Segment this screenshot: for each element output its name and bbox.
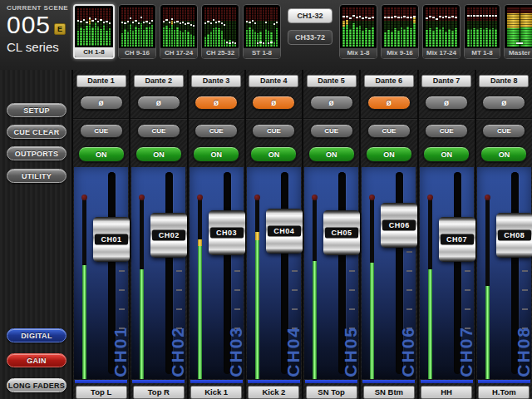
phase-button[interactable]: ø xyxy=(425,96,468,110)
channel-strip-ch07: Dante 7 ø CUE ON CH07 CH07 HH xyxy=(419,70,475,399)
port-label[interactable]: Dante 6 xyxy=(364,75,414,87)
meter-bar xyxy=(346,7,348,47)
port-label[interactable]: Dante 3 xyxy=(191,75,241,87)
fader-panel: CH07 CH07 xyxy=(420,167,474,379)
meter-block-ch-25-32[interactable]: CH 25-32 xyxy=(201,4,239,59)
setup-button[interactable]: SETUP xyxy=(7,103,66,117)
gain-button[interactable]: GAIN xyxy=(7,353,66,367)
channel-name-plate[interactable]: SN Top xyxy=(306,386,357,399)
meter-block-master[interactable]: Master xyxy=(504,4,532,59)
meter-bar xyxy=(467,7,470,47)
meter-bar xyxy=(362,7,364,47)
channel-name-plate[interactable]: Top R xyxy=(133,386,185,399)
meter-block-mix-9-16[interactable]: Mix 9-16 xyxy=(381,4,419,59)
meter-block-label: ST 1-8 xyxy=(244,47,280,58)
fader-cap[interactable]: CH02 xyxy=(150,213,187,258)
fader-cap[interactable]: CH08 xyxy=(496,213,532,258)
phase-button[interactable]: ø xyxy=(80,96,123,110)
cue-button[interactable]: CUE xyxy=(482,124,525,138)
port-label[interactable]: Dante 8 xyxy=(479,75,529,87)
cue-button[interactable]: CUE xyxy=(80,124,123,138)
meter-bar xyxy=(473,7,475,47)
channel-name-plate[interactable]: Kick 2 xyxy=(248,386,299,399)
cue-button[interactable]: CUE xyxy=(137,124,180,138)
sidebar: SETUPCUE CLEAROUTPORTSUTILITYDIGITALGAIN… xyxy=(0,70,73,399)
outports-button[interactable]: OUTPORTS xyxy=(7,146,66,160)
meter-block-ch-1-8[interactable]: CH 1-8 xyxy=(73,4,115,59)
fader-panel: CH02 CH02 xyxy=(131,167,185,379)
phase-button[interactable]: ø xyxy=(310,96,353,110)
on-button[interactable]: ON xyxy=(423,146,470,162)
meter-bar xyxy=(127,7,129,47)
utility-button[interactable]: UTILITY xyxy=(7,169,66,183)
channel-name-plate[interactable]: Kick 1 xyxy=(190,386,242,399)
channel-color-bar xyxy=(478,380,530,383)
long-faders-button[interactable]: LONG FADERS xyxy=(7,378,66,392)
fader-cap[interactable]: CH06 xyxy=(381,203,417,248)
phase-button[interactable]: ø xyxy=(482,96,525,110)
meter-bar xyxy=(455,7,457,47)
meter-bar xyxy=(391,7,393,47)
bank-button-ch33-72[interactable]: CH33-72 xyxy=(288,30,332,45)
fader-cap[interactable]: CH05 xyxy=(323,210,360,255)
meter-bar xyxy=(193,7,195,47)
meter-block-mt-1-8[interactable]: MT 1-8 xyxy=(464,4,500,59)
digital-button[interactable]: DIGITAL xyxy=(7,328,66,342)
on-button[interactable]: ON xyxy=(78,146,125,162)
on-button[interactable]: ON xyxy=(135,146,182,162)
phase-button[interactable]: ø xyxy=(367,96,411,110)
peak-hold-dash xyxy=(516,42,523,44)
level-meter xyxy=(485,197,490,379)
level-meter-amber xyxy=(198,239,202,246)
cue-button[interactable]: CUE xyxy=(367,124,411,138)
port-label[interactable]: Dante 1 xyxy=(76,75,126,87)
port-label[interactable]: Dante 7 xyxy=(421,75,471,87)
cue-clear-button[interactable]: CUE CLEAR xyxy=(7,125,66,139)
port-label[interactable]: Dante 5 xyxy=(307,75,357,87)
channel-name-plate[interactable]: SN Btm xyxy=(363,386,415,399)
bank-button-ch1-32[interactable]: CH1-32 xyxy=(288,8,332,23)
meter-block-ch-17-24[interactable]: CH 17-24 xyxy=(160,4,198,59)
fader-scale-tick xyxy=(465,308,470,310)
fader-cap[interactable]: CH03 xyxy=(209,210,245,255)
cue-button[interactable]: CUE xyxy=(252,124,295,138)
port-label[interactable]: Dante 4 xyxy=(249,75,298,87)
channel-name-plate[interactable]: H.Tom xyxy=(478,386,530,399)
meter-bar xyxy=(273,7,275,47)
fader-scale-tick xyxy=(119,308,125,310)
on-button[interactable]: ON xyxy=(366,146,412,162)
fader-scale-tick xyxy=(406,289,412,291)
phase-button[interactable]: ø xyxy=(252,96,295,110)
channel-name-plate[interactable]: Top L xyxy=(76,386,127,399)
meter-bars xyxy=(384,7,416,47)
scene-number[interactable]: 005 xyxy=(7,12,51,38)
fader-cap[interactable]: CH01 xyxy=(93,217,130,262)
meter-bar xyxy=(229,7,230,47)
meter-bar xyxy=(210,7,212,47)
on-button[interactable]: ON xyxy=(250,146,297,162)
on-button[interactable]: ON xyxy=(308,146,355,162)
meter-bar xyxy=(83,8,85,46)
phase-button[interactable]: ø xyxy=(195,96,238,110)
channel-color-bar xyxy=(362,380,415,383)
meter-block-ch-9-16[interactable]: CH 9-16 xyxy=(118,4,156,59)
channel-color-bar xyxy=(421,380,473,383)
fader-cap[interactable]: CH07 xyxy=(439,217,475,262)
port-label[interactable]: Dante 2 xyxy=(134,75,184,87)
on-button[interactable]: ON xyxy=(480,146,527,162)
fader-cap[interactable]: CH04 xyxy=(266,209,303,254)
phase-button[interactable]: ø xyxy=(137,96,180,110)
meter-bar xyxy=(426,7,428,47)
meter-bar xyxy=(384,7,387,47)
channel-name-plate[interactable]: HH xyxy=(421,386,472,399)
meter-bar xyxy=(89,8,91,46)
cue-button[interactable]: CUE xyxy=(310,124,353,138)
cue-button[interactable]: CUE xyxy=(425,124,468,138)
meter-block-st-1-8[interactable]: ST 1-8 xyxy=(243,4,281,59)
on-button[interactable]: ON xyxy=(193,146,239,162)
meter-block-label: CH 25-32 xyxy=(202,47,239,58)
meter-block-mix-1-8[interactable]: Mix 1-8 xyxy=(339,4,377,59)
cue-button[interactable]: CUE xyxy=(195,124,238,138)
meter-block-mix-17-24[interactable]: Mix 17-24 xyxy=(422,4,461,59)
meter-bar xyxy=(445,7,447,47)
